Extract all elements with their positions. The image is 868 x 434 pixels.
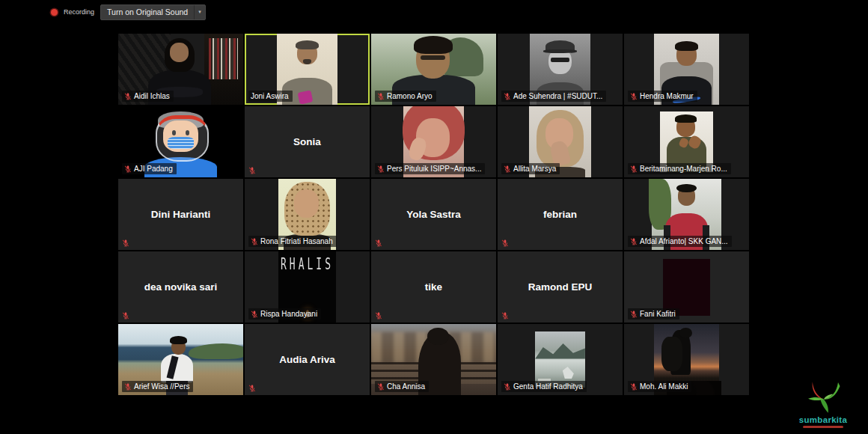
- participant-tile-6[interactable]: Sonia: [245, 106, 370, 177]
- muted-mic-icon: [251, 238, 258, 245]
- logo-tagline: [803, 426, 843, 428]
- participant-label: [501, 312, 509, 320]
- participant-tile-10[interactable]: Dini Harianti: [118, 179, 243, 250]
- muted-mic-icon: [375, 239, 382, 247]
- participant-tile-11[interactable]: Rona Fitriati Hasanah: [245, 179, 370, 250]
- muted-mic-icon: [630, 383, 638, 391]
- muted-mic-icon: [248, 385, 256, 392]
- meeting-topbar: Recording Turn on Original Sound ▾: [51, 4, 206, 20]
- participant-name-centered: dea novika sari: [118, 251, 243, 323]
- participant-tile-2[interactable]: Ramono Aryo: [371, 34, 496, 105]
- participant-tile-4[interactable]: Hendra Makmur: [624, 34, 749, 105]
- participant-label: [248, 167, 256, 174]
- sumbarkita-logo-text: sumbarkita: [799, 415, 847, 424]
- participant-tile-1[interactable]: Joni Aswira: [245, 34, 370, 105]
- muted-mic-icon: [375, 312, 382, 320]
- muted-mic-icon: [501, 239, 509, 247]
- participant-tile-9[interactable]: Beritaminang-Marjen Ro...: [624, 106, 749, 177]
- muted-mic-icon: [504, 165, 511, 173]
- video-overlay-text: RHALIS: [278, 255, 336, 273]
- meeting-window: Recording Turn on Original Sound ▾ Aidil…: [0, 0, 868, 434]
- participant-tile-15[interactable]: dea novika sari: [118, 251, 243, 323]
- participant-label: Arief Wisa //Pers: [122, 381, 193, 392]
- participant-label: Moh. Ali Makki: [628, 381, 691, 392]
- recording-indicator-icon: [51, 9, 58, 16]
- sumbarkita-logo-mark: [804, 380, 842, 415]
- muted-mic-icon: [501, 312, 509, 320]
- participant-label: [375, 312, 382, 320]
- participant-name: AJI Padang: [134, 163, 173, 174]
- participant-grid: Aidil IchlasJoni AswiraRamono AryoAde Su…: [118, 34, 749, 395]
- participant-name: Pers Pituluik ISIPP~Annas...: [387, 163, 481, 174]
- participant-tile-13[interactable]: febrian: [498, 179, 623, 250]
- participant-label: [501, 239, 509, 247]
- original-sound-button-label: Turn on Original Sound: [101, 7, 194, 16]
- muted-mic-icon: [124, 383, 132, 391]
- muted-mic-icon: [504, 93, 511, 100]
- participant-name: Cha Annisa: [387, 381, 425, 392]
- participant-label: Joni Aswira: [248, 91, 293, 102]
- participant-name: Fani Kafitri: [640, 308, 676, 320]
- muted-mic-icon: [377, 165, 385, 173]
- muted-mic-icon: [630, 93, 638, 100]
- participant-name-centered: febrian: [498, 179, 623, 250]
- participant-tile-20[interactable]: Arief Wisa //Pers: [118, 324, 243, 395]
- participant-tile-8[interactable]: Allita Marsya: [498, 106, 623, 177]
- participant-name-centered: Sonia: [245, 106, 370, 177]
- participant-name: Aidil Ichlas: [134, 91, 170, 102]
- participant-label: [375, 239, 382, 247]
- participant-tile-17[interactable]: tike: [371, 251, 496, 323]
- muted-mic-icon: [630, 238, 638, 245]
- participant-name: Genta Hatif Radhitya: [513, 381, 583, 392]
- participant-tile-18[interactable]: Ramond EPU: [498, 251, 623, 323]
- participant-label: Genta Hatif Radhitya: [501, 381, 587, 392]
- participant-tile-14[interactable]: Afdal Afrianto| SKK GAN...: [624, 179, 749, 250]
- muted-mic-icon: [630, 311, 638, 318]
- participant-tile-16[interactable]: RHALISRispa Handayani: [245, 251, 370, 323]
- muted-mic-icon: [377, 383, 385, 391]
- participant-label: Hendra Makmur: [628, 91, 697, 102]
- participant-tile-7[interactable]: Pers Pituluik ISIPP~Annas...: [371, 106, 496, 177]
- participant-name: Afdal Afrianto| SKK GAN...: [640, 236, 728, 247]
- participant-tile-21[interactable]: Audia Ariva: [245, 324, 370, 395]
- participant-name: Arief Wisa //Pers: [134, 381, 189, 392]
- muted-mic-icon: [504, 383, 511, 391]
- participant-tile-3[interactable]: Ade Suhendra | #SUDUT...: [498, 34, 623, 105]
- muted-mic-icon: [630, 165, 638, 173]
- participant-name-centered: Audia Ariva: [245, 324, 370, 395]
- muted-mic-icon: [124, 165, 132, 173]
- muted-mic-icon: [377, 93, 385, 100]
- participant-tile-24[interactable]: Moh. Ali Makki: [624, 324, 749, 395]
- participant-tile-0[interactable]: Aidil Ichlas: [118, 34, 243, 105]
- participant-label: Aidil Ichlas: [122, 91, 174, 102]
- participant-tile-12[interactable]: Yola Sastra: [371, 179, 496, 250]
- participant-tile-23[interactable]: Genta Hatif Radhitya: [498, 324, 623, 395]
- participant-label: [122, 239, 129, 247]
- participant-label: Rona Fitriati Hasanah: [248, 236, 337, 247]
- participant-label: Ramono Aryo: [375, 91, 436, 102]
- participant-name: Moh. Ali Makki: [640, 381, 688, 392]
- participant-label: AJI Padang: [122, 163, 177, 174]
- watermark-logo: sumbarkita: [790, 380, 856, 428]
- participant-label: Beritaminang-Marjen Ro...: [628, 163, 731, 174]
- participant-name-centered: Ramond EPU: [498, 251, 623, 323]
- participant-name: Ramono Aryo: [387, 91, 433, 102]
- participant-label: Pers Pituluik ISIPP~Annas...: [375, 163, 485, 174]
- participant-label: Fani Kafitri: [628, 308, 679, 320]
- muted-mic-icon: [122, 312, 129, 320]
- muted-mic-icon: [251, 311, 258, 318]
- participant-tile-5[interactable]: AJI Padang: [118, 106, 243, 177]
- muted-mic-icon: [122, 239, 129, 247]
- original-sound-button[interactable]: Turn on Original Sound ▾: [100, 4, 206, 20]
- chevron-down-icon[interactable]: ▾: [194, 5, 205, 19]
- muted-mic-icon: [124, 93, 132, 100]
- participant-label: [248, 385, 256, 392]
- participant-tile-19[interactable]: Fani Kafitri: [624, 251, 749, 323]
- participant-tile-22[interactable]: Cha Annisa: [371, 324, 496, 395]
- recording-label: Recording: [64, 8, 94, 16]
- participant-name: Hendra Makmur: [640, 91, 694, 102]
- participant-name-centered: Yola Sastra: [371, 179, 496, 250]
- participant-name: Ade Suhendra | #SUDUT...: [513, 91, 602, 102]
- participant-label: Ade Suhendra | #SUDUT...: [501, 91, 606, 102]
- participant-name: Beritaminang-Marjen Ro...: [640, 163, 727, 174]
